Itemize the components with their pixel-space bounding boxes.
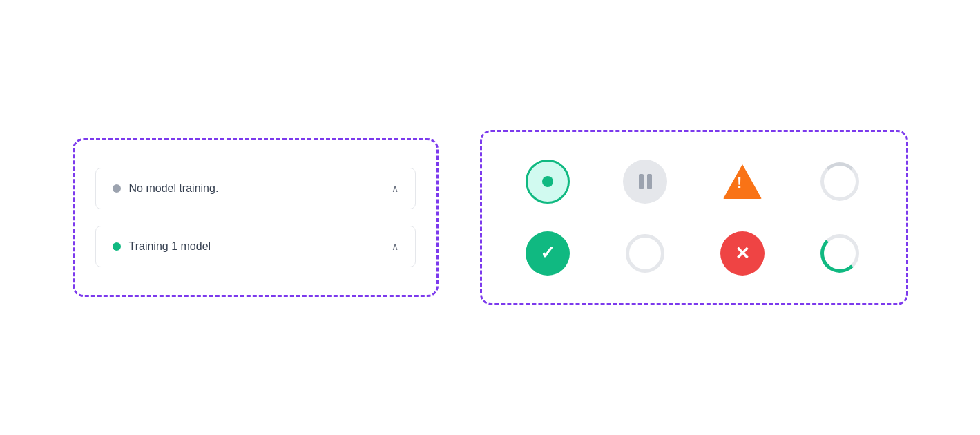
recording-icon [526,160,570,204]
left-panel: No model training. ∧ Training 1 model ∧ [73,138,439,297]
checkmark-symbol: ✓ [540,242,555,264]
pause-bars [639,174,652,189]
warning-icon [720,160,765,204]
x-mark-symbol: ✕ [735,244,750,262]
pause-bar-left [639,174,644,189]
pause-bar-right [647,174,652,189]
no-training-label: No model training. [129,182,219,195]
pause-icon [623,160,667,204]
spinner-light-ring [820,162,859,201]
empty-ring-shape [626,234,664,273]
empty-ring-icon [623,231,667,276]
spinner-teal-icon [818,231,862,276]
training-one-item[interactable]: Training 1 model ∧ [95,226,416,267]
warning-triangle [723,164,762,199]
spinner-light-icon [818,160,862,204]
check-icon: ✓ [526,231,570,276]
no-training-item-left: No model training. [113,182,219,195]
gray-dot-icon [113,184,121,193]
chevron-up-icon: ∧ [392,183,398,194]
green-dot-icon [113,242,121,251]
training-one-item-left: Training 1 model [113,240,211,253]
error-icon: ✕ [720,231,765,276]
spinner-teal-ring [820,234,859,273]
right-panel: ✓ ✕ [480,130,908,305]
no-training-item[interactable]: No model training. ∧ [95,168,416,209]
chevron-up-icon-2: ∧ [392,241,398,252]
training-one-label: Training 1 model [129,240,211,253]
